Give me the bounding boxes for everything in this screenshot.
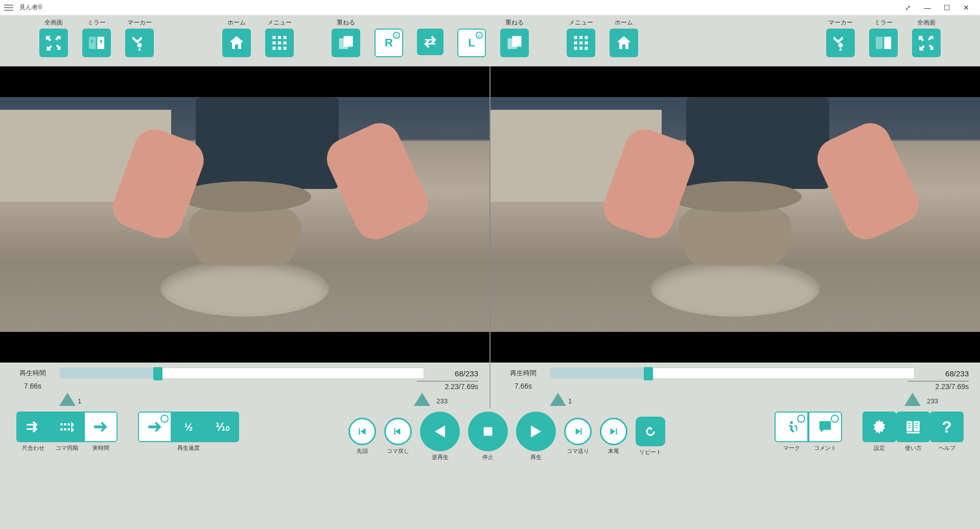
fullscreen-left-button[interactable] [39,29,68,57]
home-left-button[interactable] [222,29,251,57]
overlay-l-button[interactable]: L ✓ [457,29,486,57]
top-toolbar: 全画面 ミラー マーカー ホーム メニュー [0,15,980,66]
go-head-label: 先頭 [357,447,368,454]
video-frame-left [0,97,489,332]
window-close-icon[interactable]: ✕ [956,4,976,12]
overlay-r-button[interactable]: R ✓ [375,29,403,57]
overlay-right-button[interactable] [500,29,529,57]
menu-left-button[interactable] [265,29,294,57]
slider-pane-left: 再生時間 68/233 7.66s 2.23/7.69s 1 233 [0,363,491,408]
svg-rect-22 [579,47,582,50]
go-tail-button[interactable] [600,418,627,445]
range-start-handle-left[interactable] [59,393,76,406]
go-head-button[interactable] [348,418,376,445]
overlay-l-text: L [468,36,475,50]
speed-label: 再生速度 [177,444,200,451]
bottom-bar: 尺合わせ コマ同期 実時間 ½ 再生速度 [0,408,980,529]
step-back-button[interactable] [384,418,412,445]
window-fullscreen-icon[interactable]: ⤢ [898,4,918,12]
howto-label: 使い方 [905,444,922,451]
play-reverse-button[interactable] [420,412,460,451]
expand-icon [917,34,936,52]
scale-fit-label: 尺合わせ [22,444,44,451]
comment-label: コメント [814,444,836,451]
scale-fit-button[interactable] [16,412,50,442]
svg-rect-16 [579,36,582,39]
home-left-label: ホーム [227,18,246,27]
mirror-icon [87,34,106,52]
svg-rect-25 [884,37,892,49]
svg-rect-19 [579,41,582,44]
marker-right-button[interactable] [826,29,855,57]
home-right-label: ホーム [615,18,633,27]
repeat-label: リピート [639,448,662,455]
svg-rect-31 [67,428,69,430]
window-minimize-icon[interactable]: — [918,4,937,12]
range-end-handle-right[interactable] [904,393,921,406]
mirror-right-button[interactable] [869,29,898,57]
stop-icon [478,421,498,442]
range-start-value-right: 1 [568,397,572,405]
window-maximize-icon[interactable]: ☐ [937,4,956,12]
svg-rect-9 [278,47,281,50]
right-tools-nav: メニュー ホーム [563,18,642,57]
check-icon: ✓ [476,32,483,39]
mirror-left-label: ミラー [87,18,106,27]
mark-label: マーク [783,444,800,451]
help-button[interactable]: ? [930,412,964,442]
speed-tenth-button[interactable]: ⅒ [205,412,239,442]
mark-range-left[interactable]: 1 233 [59,391,430,406]
settings-button[interactable] [862,412,896,442]
fullscreen-right-button[interactable] [912,29,941,57]
video-pane-right[interactable] [491,66,980,363]
mirror-right-label: ミラー [874,18,893,27]
sync-mode-group: 尺合わせ コマ同期 実時間 [16,412,118,451]
speed-1x-button[interactable] [138,412,172,442]
titlebar: 見ん者® ⤢ — ☐ ✕ [0,0,980,15]
hamburger-icon[interactable] [4,3,13,12]
mirror-left-button[interactable] [82,29,111,57]
mark-button[interactable] [775,412,808,442]
svg-rect-5 [273,41,276,44]
svg-rect-6 [278,41,281,44]
overlay-left-button[interactable] [332,29,360,57]
mark-range-right[interactable]: 1 233 [550,391,921,406]
howto-button[interactable] [896,412,930,442]
step-forward-button[interactable] [564,418,592,445]
step-back-icon [391,425,405,438]
svg-rect-8 [273,47,276,50]
mirror-icon [874,34,893,52]
svg-rect-18 [574,41,577,44]
overlay-right-label: 重ねる [505,18,524,27]
home-right-button[interactable] [610,29,638,57]
range-end-value-right: 233 [927,397,938,405]
svg-rect-7 [284,41,287,44]
frame-sync-button[interactable] [50,412,84,442]
comment-button[interactable] [808,412,842,442]
range-start-handle-right[interactable] [550,393,566,406]
range-end-handle-left[interactable] [414,393,430,406]
seek-slider-right[interactable] [550,368,915,379]
svg-rect-21 [574,47,577,50]
video-frame-right [491,97,980,332]
speed-group: ½ 再生速度 ⅒ [138,412,239,451]
play-button[interactable] [516,412,556,451]
svg-point-35 [790,421,793,424]
marker-left-button[interactable] [125,29,154,57]
speed-half-button[interactable]: ½ [172,412,205,442]
overlay-left-label: 重ねる [337,18,355,27]
real-time-button[interactable] [84,412,118,442]
left-tools-appearance: 全画面 ミラー マーカー [36,18,157,57]
range-start-value-left: 1 [78,397,81,405]
swap-panes-button[interactable] [417,29,444,55]
repeat-button[interactable] [636,417,665,446]
marker-right-label: マーカー [828,18,853,27]
stop-button[interactable] [468,412,508,451]
video-pane-left[interactable] [0,66,491,363]
menu-right-button[interactable] [567,29,595,57]
svg-rect-4 [284,36,287,39]
home-icon [227,34,246,52]
seek-slider-left[interactable] [59,368,424,379]
book-icon [904,418,922,436]
svg-rect-30 [64,428,66,430]
